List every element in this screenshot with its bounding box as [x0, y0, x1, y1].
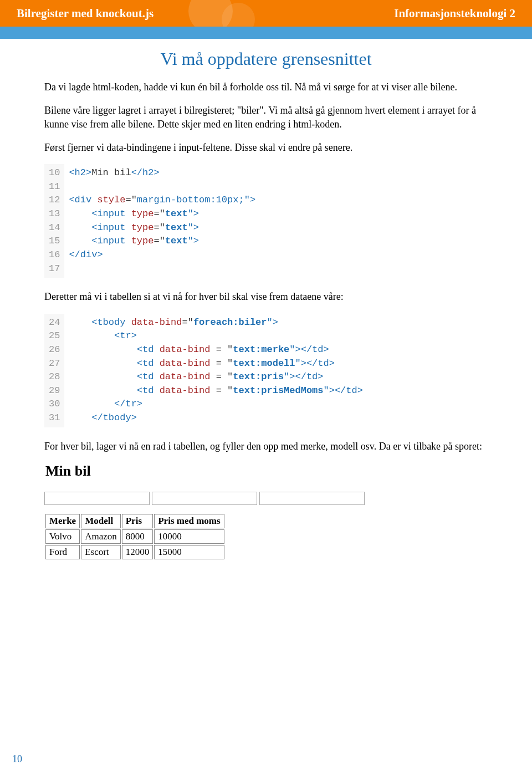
- code-token: type: [131, 208, 154, 219]
- paragraph: Deretter må vi i tabellen si at vi nå fo…: [44, 290, 488, 303]
- code-token: "></td>: [295, 358, 335, 369]
- code-token: text: [165, 236, 188, 246]
- code-token: </h2>: [131, 167, 160, 178]
- code-token: margin-bottom:10px;: [137, 195, 244, 205]
- code-token: "></td>: [324, 385, 363, 396]
- line-number: 16: [49, 248, 60, 262]
- code-token: data-bind: [131, 317, 182, 328]
- line-number: 12: [49, 193, 60, 207]
- code-token: = ": [210, 385, 233, 396]
- line-number: 31: [49, 411, 60, 425]
- code-token: ">: [267, 317, 278, 328]
- col-merke: Merke: [45, 514, 80, 528]
- input-row: [44, 492, 488, 505]
- code-token: <tr>: [114, 330, 137, 341]
- code-token: <td: [137, 371, 160, 382]
- cell-merke: Volvo: [45, 529, 80, 544]
- cell-pris-moms: 10000: [154, 529, 224, 544]
- line-number: 30: [49, 397, 60, 411]
- code-token: ">: [244, 195, 255, 205]
- example-input-3[interactable]: [259, 492, 365, 505]
- col-pris-med-moms: Pris med moms: [154, 514, 224, 528]
- code-token: <h2>: [69, 167, 91, 178]
- code-token: = ": [210, 344, 233, 355]
- code-snippet-2: 24 25 26 27 28 29 30 31 <tbody data-bind…: [44, 314, 488, 427]
- code-token: <input: [91, 222, 131, 233]
- code-token: =": [154, 222, 165, 233]
- line-number-gutter: 24 25 26 27 28 29 30 31: [44, 314, 64, 427]
- code-token: </tr>: [114, 399, 142, 409]
- code-token: data-bind: [160, 385, 211, 396]
- code-token: foreach:biler: [193, 317, 267, 328]
- line-number: 26: [49, 343, 60, 357]
- code-body: <h2>Min bil</h2> <div style="margin-bott…: [64, 164, 260, 278]
- header-left-title: Bilregister med knockout.js: [17, 7, 154, 21]
- code-token: style: [97, 195, 125, 205]
- code-token: data-bind: [160, 371, 211, 382]
- code-token: ">: [188, 208, 199, 219]
- table-row: Volvo Amazon 8000 10000: [45, 529, 224, 544]
- cell-pris-moms: 15000: [154, 545, 224, 559]
- col-pris: Pris: [122, 514, 154, 528]
- code-token: <input: [91, 236, 131, 246]
- code-token: text: [165, 222, 188, 233]
- code-token: </div>: [69, 249, 103, 260]
- line-number: 28: [49, 370, 60, 384]
- code-token: =": [125, 195, 136, 205]
- cell-pris: 8000: [122, 529, 154, 544]
- table-header-row: Merke Modell Pris Pris med moms: [45, 514, 224, 528]
- section-heading: Vi må oppdatere grensesnittet: [44, 49, 488, 69]
- code-token: <td: [137, 344, 160, 355]
- code-token: type: [131, 236, 154, 246]
- code-token: type: [131, 222, 154, 233]
- cell-modell: Escort: [81, 545, 121, 559]
- example-heading: Min bil: [45, 463, 488, 480]
- code-token: <input: [91, 208, 131, 219]
- example-input-1[interactable]: [44, 492, 150, 505]
- table-row: Ford Escort 12000 15000: [45, 545, 224, 559]
- code-token: data-bind: [160, 344, 211, 355]
- code-token: text:merke: [233, 344, 289, 355]
- line-number-gutter: 10 11 12 13 14 15 16 17: [44, 164, 64, 278]
- code-token: <td: [137, 385, 160, 396]
- code-token: </tbody>: [91, 412, 137, 423]
- code-token: <td: [137, 358, 160, 369]
- code-token: data-bind: [160, 358, 211, 369]
- code-token: ">: [188, 222, 199, 233]
- line-number: 25: [49, 329, 60, 343]
- paragraph: Bilene våre ligger lagret i arrayet i bi…: [44, 104, 488, 131]
- line-number: 29: [49, 384, 60, 398]
- line-number: 10: [49, 166, 60, 180]
- page-number: 10: [12, 753, 22, 765]
- line-number: 14: [49, 221, 60, 235]
- code-token: =": [154, 208, 165, 219]
- code-token: text:prisMedMoms: [233, 385, 323, 396]
- page-content: Vi må oppdatere grensesnittet Da vi lagd…: [0, 39, 532, 560]
- code-snippet-1: 10 11 12 13 14 15 16 17 <h2>Min bil</h2>…: [44, 164, 488, 278]
- col-modell: Modell: [81, 514, 121, 528]
- code-token: =": [182, 317, 193, 328]
- header-right-title: Informasjonsteknologi 2: [394, 7, 515, 21]
- header-accent-bar: [0, 27, 532, 39]
- page-header: Bilregister med knockout.js Informasjons…: [0, 0, 532, 27]
- code-token: text:modell: [233, 358, 295, 369]
- cell-pris: 12000: [122, 545, 154, 559]
- paragraph: Da vi lagde html-koden, hadde vi kun én …: [44, 80, 488, 94]
- cell-modell: Amazon: [81, 529, 121, 544]
- line-number: 17: [49, 262, 60, 276]
- line-number: 13: [49, 207, 60, 221]
- paragraph: For hver bil, lager vi nå en rad i tabel…: [44, 440, 488, 453]
- paragraph: Først fjerner vi data-bindingene i input…: [44, 141, 488, 154]
- example-input-2[interactable]: [152, 492, 257, 505]
- code-token: "></td>: [289, 344, 329, 355]
- code-token: <tbody: [91, 317, 131, 328]
- code-token: text:pris: [233, 371, 284, 382]
- rendered-example: Min bil Merke Modell Pris Pris med moms …: [44, 463, 488, 560]
- code-body: <tbody data-bind="foreach:biler"> <tr> <…: [64, 314, 367, 427]
- code-token: = ": [210, 358, 233, 369]
- line-number: 15: [49, 234, 60, 248]
- code-token: Min bil: [91, 167, 131, 178]
- code-token: = ": [210, 371, 233, 382]
- line-number: 27: [49, 357, 60, 371]
- code-token: text: [165, 208, 188, 219]
